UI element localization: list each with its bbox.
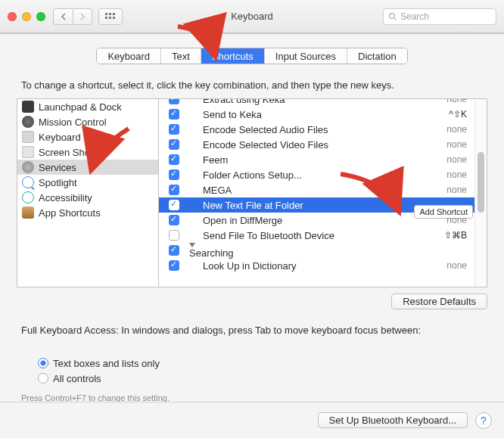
checkbox[interactable]	[169, 215, 179, 225]
list-item[interactable]: Open in DiffMergenone	[159, 213, 474, 228]
list-item[interactable]: New Text File at FolderAdd Shortcut	[159, 197, 474, 213]
sidebar-item-app-shortcuts[interactable]: App Shortcuts	[17, 205, 158, 220]
category-list[interactable]: Launchpad & DockMission ControlKeyboardS…	[17, 98, 159, 287]
help-button[interactable]: ?	[475, 412, 492, 429]
shortcut-list[interactable]: Extract using KekanoneSend to Keka^⇧KEnc…	[159, 98, 487, 287]
shortcut-value[interactable]: none	[405, 154, 474, 165]
fka-radio-0[interactable]: Text boxes and lists only	[38, 356, 483, 371]
checkbox[interactable]	[169, 200, 179, 210]
row-label: Extract using Keka	[189, 98, 405, 105]
svg-rect-4	[109, 17, 111, 19]
sidebar-item-accessibility[interactable]: Accessibility	[17, 190, 158, 205]
sidebar-item-services[interactable]: Services	[17, 160, 158, 175]
svg-point-6	[390, 13, 395, 18]
close-icon[interactable]	[8, 12, 17, 21]
checkbox[interactable]	[169, 260, 179, 271]
minimize-icon[interactable]	[22, 12, 31, 21]
row-label: Encode Selected Video Files	[189, 139, 405, 151]
preferences-panel: KeyboardTextShortcutsInput SourcesDictat…	[0, 33, 504, 438]
sidebar-item-label: Screen Shots	[39, 147, 98, 158]
row-label: MEGA	[189, 185, 405, 196]
svg-line-7	[394, 17, 397, 20]
sidebar-item-mission-control[interactable]: Mission Control	[17, 114, 158, 129]
shortcut-value[interactable]: none	[405, 260, 474, 271]
shortcut-value[interactable]: none	[405, 169, 474, 180]
fka-radio-1[interactable]: All controls	[38, 371, 483, 386]
scrollbar[interactable]	[474, 99, 487, 287]
row-label: Searching	[189, 243, 405, 259]
mission-control-icon	[22, 116, 34, 128]
nav-buttons	[53, 8, 92, 25]
sidebar-item-launchpad-dock[interactable]: Launchpad & Dock	[17, 99, 158, 114]
list-item[interactable]: Look Up in Dictionarynone	[159, 258, 474, 273]
row-label: Look Up in Dictionary	[189, 260, 405, 272]
checkbox[interactable]	[169, 109, 179, 120]
tab-input-sources[interactable]: Input Sources	[265, 48, 347, 64]
row-label: New Text File at Folder	[189, 200, 405, 211]
screen-shots-icon	[22, 146, 34, 158]
shortcut-value[interactable]: ^⇧K	[405, 109, 474, 120]
checkbox[interactable]	[169, 245, 179, 256]
list-item[interactable]: Send File To Bluetooth Device⇧⌘B	[159, 228, 474, 243]
row-label: Open in DiffMerge	[189, 215, 405, 226]
show-all-button[interactable]	[98, 8, 123, 25]
search-placeholder: Search	[400, 11, 429, 22]
list-item[interactable]: Send to Keka^⇧K	[159, 107, 474, 122]
checkbox[interactable]	[169, 230, 179, 241]
chevron-left-icon	[61, 13, 67, 20]
help-icon: ?	[481, 415, 487, 427]
tab-shortcuts[interactable]: Shortcuts	[201, 48, 265, 64]
radio-label: All controls	[53, 373, 101, 384]
accessibility-icon	[22, 191, 34, 203]
checkbox[interactable]	[169, 169, 179, 180]
radio-icon	[38, 358, 48, 368]
sidebar-item-screen-shots[interactable]: Screen Shots	[17, 144, 158, 160]
row-label: Send to Keka	[189, 109, 405, 120]
tab-keyboard[interactable]: Keyboard	[97, 48, 161, 64]
forward-button[interactable]	[73, 8, 92, 25]
fka-hint: Press Control+F7 to change this setting.	[0, 386, 504, 402]
row-label: Encode Selected Audio Files	[189, 124, 405, 135]
tab-dictation[interactable]: Dictation	[347, 48, 407, 64]
search-input[interactable]: Search	[383, 8, 496, 25]
list-item[interactable]: Feemnone	[159, 152, 474, 167]
checkbox[interactable]	[169, 139, 179, 150]
checkbox[interactable]	[169, 124, 179, 135]
list-item[interactable]: MEGAnone	[159, 182, 474, 197]
checkbox[interactable]	[169, 154, 179, 165]
shortcut-value[interactable]: none	[405, 215, 474, 225]
shortcut-value[interactable]: ⇧⌘B	[405, 230, 474, 241]
titlebar: Keyboard Search	[0, 0, 504, 33]
shortcut-value[interactable]: none	[405, 185, 474, 195]
back-button[interactable]	[53, 8, 73, 25]
list-item[interactable]: Extract using Kekanone	[159, 98, 474, 107]
row-label: Feem	[189, 154, 405, 166]
row-label: Folder Actions Setup...	[189, 169, 405, 181]
shortcut-value[interactable]: none	[405, 124, 474, 135]
scrollbar-thumb[interactable]	[478, 152, 484, 213]
list-item[interactable]: Folder Actions Setup...none	[159, 167, 474, 182]
keyboard-icon	[22, 131, 34, 143]
checkbox[interactable]	[169, 185, 179, 195]
fka-radio-group: Text boxes and lists onlyAll controls	[21, 351, 483, 386]
chevron-right-icon	[79, 13, 86, 20]
app-shortcuts-icon	[22, 207, 34, 219]
restore-defaults-button[interactable]: Restore Defaults	[391, 294, 487, 309]
list-item[interactable]: Encode Selected Video Filesnone	[159, 137, 474, 152]
sidebar-item-label: App Shortcuts	[39, 207, 101, 219]
svg-rect-2	[113, 13, 115, 15]
shortcut-value[interactable]: none	[405, 139, 474, 150]
sidebar-item-label: Keyboard	[39, 132, 81, 143]
zoom-icon[interactable]	[36, 12, 45, 21]
checkbox[interactable]	[169, 98, 179, 104]
sidebar-item-keyboard[interactable]: Keyboard	[17, 129, 158, 144]
sidebar-item-spotlight[interactable]: Spotlight	[17, 175, 158, 190]
list-item[interactable]: Encode Selected Audio Filesnone	[159, 122, 474, 137]
sidebar-item-label: Accessibility	[39, 192, 92, 203]
list-group[interactable]: Searching	[159, 243, 474, 258]
tab-text[interactable]: Text	[161, 48, 201, 64]
tab-bar: KeyboardTextShortcutsInput SourcesDictat…	[0, 34, 504, 64]
shortcut-value[interactable]: none	[405, 98, 474, 104]
svg-rect-5	[113, 17, 115, 19]
bluetooth-keyboard-button[interactable]: Set Up Bluetooth Keyboard...	[318, 412, 468, 428]
